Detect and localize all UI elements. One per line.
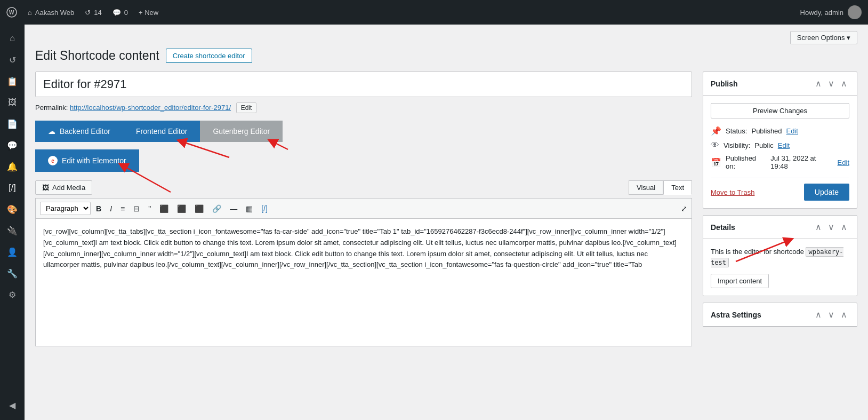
publish-actions: Move to Trash Update [711,178,849,201]
sidebar-item-notifications[interactable]: 🔔 [3,157,22,176]
publish-collapse-up[interactable]: ∧ [813,77,824,90]
details-box-title: Details [711,223,735,232]
publish-box-title: Publish [711,80,738,88]
expand-button[interactable]: ⤢ [681,204,687,213]
editor-toolbar: Paragraph B I ≡ ⊟ " ⬛ [35,198,692,218]
postbox-container: Publish ∧ ∨ ∧ Preview Changes 📌 Status: … [692,72,857,327]
blockquote-button[interactable]: " [145,202,154,215]
details-collapse-up[interactable]: ∧ [813,221,824,233]
details-box: Details ∧ ∨ ∧ This is the editor for sho… [703,215,857,296]
screen-options-bar: Screen Options ▾ [35,31,857,44]
tab-text[interactable]: Text [663,180,692,195]
publish-collapse-down[interactable]: ∨ [826,77,837,90]
unordered-list-button[interactable]: ≡ [117,202,128,215]
visibility-edit-link[interactable]: Edit [778,141,790,149]
admin-sidebar: ⌂ ↺ 📋 🖼 📄 💬 🔔 [/] 🎨 🔌 👤 🔧 ⚙ ◀ [0,25,25,420]
sidebar-item-tools[interactable]: 🔧 [3,264,22,283]
sidebar-item-updates[interactable]: ↺ [3,50,22,69]
status-row: 📌 Status: Published Edit [711,126,849,136]
sidebar-item-settings[interactable]: ⚙ [3,285,22,304]
add-media-icon: 🖼 [42,184,49,192]
svg-text:W: W [9,10,14,15]
editor-content-area[interactable]: [vc_row][vc_column][vc_tta_tabs][vc_tta_… [35,218,692,346]
add-media-button[interactable]: 🖼 Add Media [35,180,92,195]
gutenberg-editor-button[interactable]: Gutenberg Editor [200,121,283,142]
publish-toggle[interactable]: ∧ [839,77,849,90]
astra-collapse-up[interactable]: ∧ [813,308,824,321]
admin-avatar[interactable] [848,5,862,19]
post-title-input[interactable] [35,72,692,97]
update-button[interactable]: Update [804,184,849,201]
bold-button[interactable]: B [93,202,105,215]
astra-collapse-down[interactable]: ∨ [826,308,837,321]
add-media-row: 🖼 Add Media Visual Text [35,180,692,195]
preview-changes-button[interactable]: Preview Changes [711,103,849,118]
details-description: This is the editor for shortcode wpbaker… [711,247,849,267]
comments[interactable]: 💬 0 [112,9,128,17]
visibility-label: Visibility: [724,141,750,149]
astra-settings-box: Astra Settings ∧ ∨ ∧ [703,303,857,327]
wp-logo[interactable]: W [6,7,17,18]
status-edit-link[interactable]: Edit [786,127,798,135]
sidebar-item-plugins[interactable]: 🔌 [3,221,22,240]
published-edit-link[interactable]: Edit [838,159,849,167]
astra-toggle[interactable]: ∧ [839,308,849,321]
status-value: Published [751,127,782,135]
details-box-header: Details ∧ ∨ ∧ [703,216,857,239]
details-toggle[interactable]: ∧ [839,221,849,233]
visibility-value: Public [754,141,773,149]
sidebar-item-users[interactable]: 👤 [3,242,22,261]
more-button[interactable]: — [227,202,240,215]
screen-options-button[interactable]: Screen Options ▾ [790,31,857,44]
sidebar-item-appearance[interactable]: 🎨 [3,200,22,219]
import-content-button[interactable]: Import content [711,274,769,288]
visibility-icon: 👁 [711,140,719,150]
howdy-text: Howdy, admin [800,9,843,17]
published-label: Published on: [726,154,766,170]
astra-settings-title: Astra Settings [711,311,761,319]
details-box-body: This is the editor for shortcode wpbaker… [703,239,857,296]
sidebar-item-shortcoder[interactable]: [/] [3,178,22,197]
site-name[interactable]: ⌂ Aakash Web [28,9,74,17]
shortcode-button[interactable]: [/] [258,202,271,215]
calendar-icon: 📅 [711,157,721,168]
permalink-url[interactable]: http://localhost/wp-shortcoder_editor/ed… [70,104,231,112]
editor-type-buttons: ☁ Backend Editor Frontend Editor Gutenbe… [35,121,692,142]
link-button[interactable]: 🔗 [209,202,224,215]
details-collapse-down[interactable]: ∨ [826,221,837,233]
sidebar-item-collapse[interactable]: ◀ [3,395,22,415]
sidebar-item-posts[interactable]: 📋 [3,72,22,91]
paragraph-select[interactable]: Paragraph [40,202,91,215]
create-shortcode-editor-button[interactable]: Create shortcode editor [166,49,252,63]
permalink-row: Permalink: http://localhost/wp-shortcode… [35,102,692,113]
details-box-controls: ∧ ∨ ∧ [813,221,849,233]
publish-box-body: Preview Changes 📌 Status: Published Edit… [703,96,857,208]
sidebar-item-pages[interactable]: 📄 [3,114,22,133]
align-center-button[interactable]: ⬛ [174,202,189,215]
publish-box: Publish ∧ ∨ ∧ Preview Changes 📌 Status: … [703,72,857,209]
table-button[interactable]: ▦ [243,202,256,215]
published-on-row: 📅 Published on: Jul 31, 2022 at 19:48 Ed… [711,154,849,170]
move-to-trash-link[interactable]: Move to Trash [711,188,754,196]
visibility-row: 👁 Visibility: Public Edit [711,140,849,150]
sidebar-item-dashboard[interactable]: ⌂ [3,29,22,48]
status-label: Status: [726,127,747,135]
backend-editor-button[interactable]: ☁ Backend Editor [35,121,123,142]
sidebar-item-comments[interactable]: 💬 [3,136,22,155]
updates[interactable]: ↺ 14 [85,9,101,17]
publish-box-controls: ∧ ∨ ∧ [813,77,849,90]
published-value: Jul 31, 2022 at 19:48 [770,154,833,170]
edit-permalink-button[interactable]: Edit [236,102,257,113]
new-item[interactable]: + New [139,9,158,17]
tab-visual[interactable]: Visual [629,180,663,195]
elementor-button[interactable]: e Edit with Elementor [35,149,139,172]
italic-button[interactable]: I [107,202,115,215]
align-right-button[interactable]: ⬛ [191,202,207,215]
sidebar-item-media[interactable]: 🖼 [3,93,22,112]
frontend-editor-button[interactable]: Frontend Editor [123,121,200,142]
page-title-row: Edit Shortcode content Create shortcode … [35,49,857,63]
align-left-button[interactable]: ⬛ [156,202,172,215]
ordered-list-button[interactable]: ⊟ [130,202,143,215]
astra-settings-controls: ∧ ∨ ∧ [813,308,849,321]
status-icon: 📌 [711,126,721,136]
